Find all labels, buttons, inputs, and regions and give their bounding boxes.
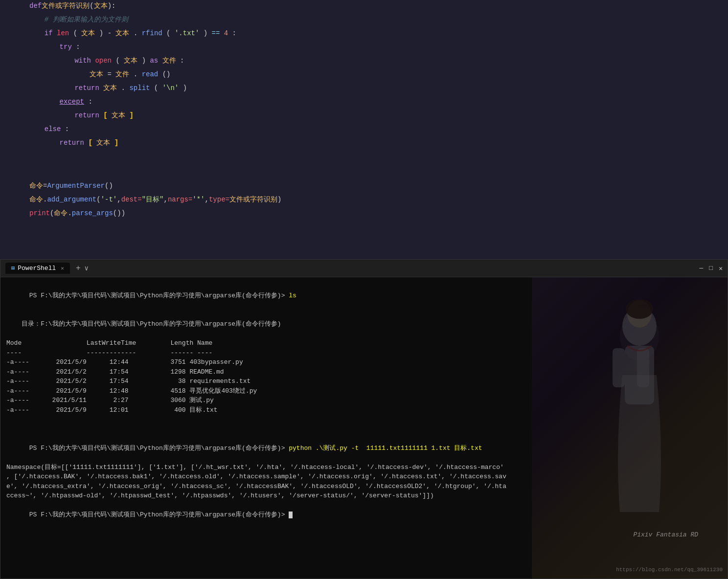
terminal-body[interactable]: PS F:\我的大学\项目代码\测试项目\Python库的学习使用\argpar… <box>0 277 728 579</box>
close-button[interactable]: ✕ <box>719 265 723 272</box>
csdn-url: https://blog.csdn.net/qq_39611230 <box>616 566 723 574</box>
terminal-tab-label: PowerShell <box>18 265 56 272</box>
terminal-tab[interactable]: ⊞ PowerShell ✕ <box>5 263 70 274</box>
terminal-controls: + ∨ <box>76 264 89 273</box>
code-line: print ( 命令 . parse_args ()) <box>0 207 728 221</box>
code-line: return [ 文本 ] <box>0 110 728 123</box>
pixiv-label: Pixiv Fantasia RD <box>633 530 698 540</box>
terminal-file-6: -a---- 2021/5/9 12:01 400 目标.txt <box>6 405 722 415</box>
terminal-blank1 <box>6 310 722 320</box>
tab-close-icon[interactable]: ✕ <box>61 265 64 271</box>
terminal-output-2: , ['/.htaccess.BAK', '/.htaccess.bak1', … <box>6 472 722 482</box>
terminal-table-header: Mode LastWriteTime Length Name <box>6 338 722 348</box>
code-line: except : <box>0 96 728 110</box>
window-controls: — □ ✕ <box>700 265 723 272</box>
code-line: if len ( 文本 ) - 文本 . rfind ( '.txt' ) ==… <box>0 27 728 41</box>
code-line: 命令 . add_argument ( '-t' , dest= "目标" , … <box>0 194 728 207</box>
terminal-titlebar: ⊞ PowerShell ✕ + ∨ — □ ✕ <box>0 260 728 277</box>
terminal-blank2 <box>6 329 722 339</box>
terminal-line-prompt3: PS F:\我的大学\项目代码\测试项目\Python库的学习使用\argpar… <box>6 501 722 530</box>
code-line: 命令 = ArgumentParser () <box>0 180 728 194</box>
code-line: try : <box>0 41 728 55</box>
blank-line <box>0 151 728 165</box>
terminal-line-prompt2: PS F:\我的大学\项目代码\测试项目\Python库的学习使用\argpar… <box>6 434 722 463</box>
minimize-button[interactable]: — <box>700 265 704 272</box>
terminal-blank4 <box>6 424 722 434</box>
terminal-line-prompt1: PS F:\我的大学\项目代码\测试项目\Python库的学习使用\argpar… <box>6 281 722 310</box>
code-line: else : <box>0 123 728 137</box>
terminal-table-sep: ---- ------------- ------ ---- <box>6 348 722 358</box>
terminal-file-4: -a---- 2021/5/9 12:48 4518 寻觅优化版403绕过.py <box>6 386 722 396</box>
blank-line <box>0 165 728 180</box>
code-editor: def 文件或字符识别(文本): # 判断如果输入的为文件则 if len ( … <box>0 0 728 259</box>
maximize-button[interactable]: □ <box>709 265 713 272</box>
terminal-blank3 <box>6 415 722 424</box>
terminal-file-2: -a---- 2021/5/2 17:54 1298 README.md <box>6 367 722 377</box>
code-line: # 判断如果输入的为文件则 <box>0 14 728 27</box>
terminal-window[interactable]: ⊞ PowerShell ✕ + ∨ — □ ✕ <box>0 259 728 579</box>
code-line: with open ( 文本 ) as 文件 : <box>0 55 728 68</box>
terminal-file-1: -a---- 2021/5/9 12:44 3751 403bypasser.p… <box>6 357 722 367</box>
terminal-file-5: -a---- 2021/5/11 2:27 3060 测试.py <box>6 396 722 405</box>
code-line: return 文本 . split ( '\n' ) <box>0 82 728 96</box>
code-line: 文本 = 文件 . read () <box>0 68 728 82</box>
powershell-icon: ⊞ <box>11 265 15 272</box>
code-line: return [ 文本 ] <box>0 137 728 151</box>
add-tab-button[interactable]: + <box>76 264 81 273</box>
dropdown-button[interactable]: ∨ <box>84 264 88 273</box>
terminal-output-4: ccess~', '/.htpasswd-old', '/.htpasswd_t… <box>6 491 722 501</box>
terminal-file-3: -a---- 2021/5/2 17:54 38 requirements.tx… <box>6 377 722 386</box>
terminal-output-1: Namespace(目标=[['11111.txt1111111'], ['1.… <box>6 463 722 472</box>
terminal-dir: 目录：F:\我的大学\项目代码\测试项目\Python库的学习使用\argpar… <box>6 319 722 329</box>
terminal-output-3: e', '/.htaccess_extra', '/.htaccess_orig… <box>6 482 722 491</box>
code-line: def 文件或字符识别(文本): <box>0 0 728 14</box>
